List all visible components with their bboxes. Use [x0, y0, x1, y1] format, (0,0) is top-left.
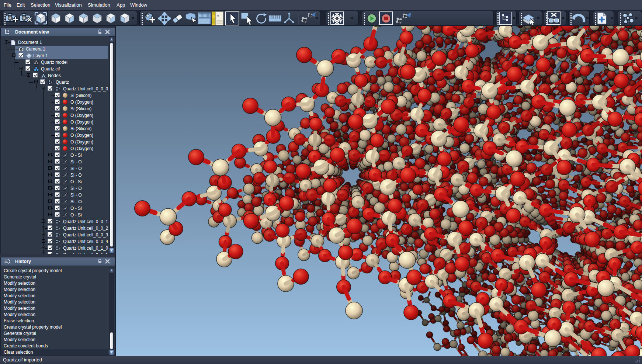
svg-text:H: H: [217, 14, 219, 17]
